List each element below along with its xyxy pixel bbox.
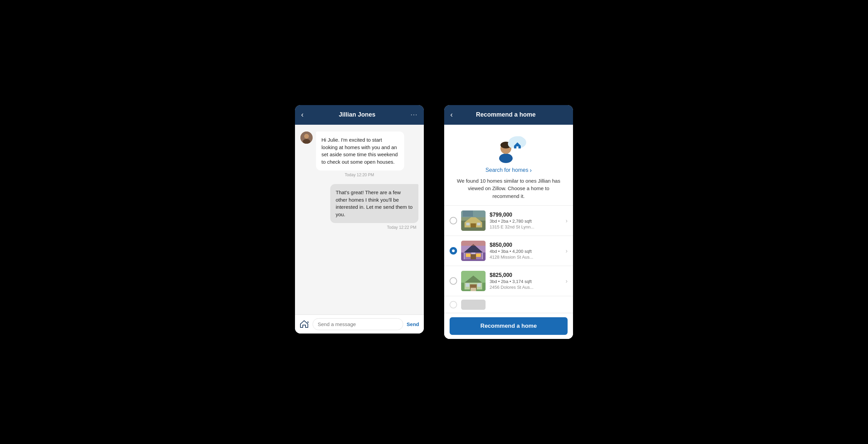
home-plus-button[interactable]: + (300, 320, 309, 328)
svg-rect-25 (476, 254, 481, 257)
radio-home-2[interactable] (450, 247, 457, 255)
svg-point-1 (304, 134, 309, 139)
chevron-right-icon-3: › (566, 278, 568, 285)
home-address-2: 4128 Mission St Aus... (490, 255, 561, 260)
hero-section: Search for homes We found 10 homes simil… (444, 125, 573, 206)
home-item-3[interactable]: $825,000 3bd • 2ba • 3,174 sqft 2456 Dol… (444, 266, 573, 296)
radio-home-1[interactable] (450, 217, 457, 224)
svg-rect-17 (463, 210, 473, 217)
avatar (300, 132, 313, 144)
home-thumb-2 (461, 241, 486, 261)
timestamp-1: Today 12:20 PM (300, 173, 418, 177)
message-input[interactable] (313, 318, 403, 330)
recommend-screen: ‹ Recommend a home (444, 105, 573, 339)
chat-header: ‹ Jillian Jones ··· (295, 105, 424, 125)
recommend-body: Search for homes We found 10 homes simil… (444, 125, 573, 339)
recommend-button-wrapper: Recommend a home (444, 313, 573, 339)
home-address-3: 2456 Dolores St Aus... (490, 285, 561, 290)
message-bubble-1: Hi Julie. I'm excited to start looking a… (316, 132, 404, 170)
recommendation-description: We found 10 homes similar to ones Jillia… (451, 177, 566, 200)
home-address-1: 1315 E 32nd St Lynn... (490, 224, 561, 229)
message-bubble-2: That's great! There are a few other home… (330, 184, 418, 223)
home-item-2[interactable]: $850,000 4bd • 3ba • 4,200 sqft 4128 Mis… (444, 236, 573, 266)
chat-screen: ‹ Jillian Jones ··· Hi Julie. I'm excit (295, 105, 424, 334)
recommend-header-title: Recommend a home (476, 111, 536, 118)
timestamp-2: Today 12:22 PM (300, 225, 418, 230)
home-thumb-4 (461, 300, 486, 310)
home-thumb-3 (461, 271, 486, 291)
home-details-2: 4bd • 3ba • 4,200 sqft (490, 249, 561, 254)
recommend-home-button[interactable]: Recommend a home (450, 317, 568, 335)
hero-illustration (492, 133, 526, 163)
chat-header-title: Jillian Jones (339, 111, 375, 118)
home-item-1[interactable]: $799,000 3bd • 2ba • 2,780 sqft 1315 E 3… (444, 205, 573, 236)
home-price-1: $799,000 (490, 212, 561, 218)
chevron-right-icon-1: › (566, 217, 568, 224)
svg-rect-14 (466, 223, 470, 225)
message-row-2: That's great! There are a few other home… (300, 184, 418, 223)
chevron-right-icon-2: › (566, 247, 568, 255)
chat-back-button[interactable]: ‹ (301, 110, 303, 119)
svg-rect-31 (466, 283, 469, 287)
svg-rect-24 (466, 254, 471, 257)
message-group-2: That's great! There are a few other home… (300, 184, 418, 230)
search-for-homes-link[interactable]: Search for homes (486, 167, 532, 174)
home-details-1: 3bd • 2ba • 2,780 sqft (490, 219, 561, 224)
home-thumb-1 (461, 210, 486, 231)
radio-home-4[interactable] (450, 301, 457, 308)
home-info-3: $825,000 3bd • 2ba • 3,174 sqft 2456 Dol… (490, 272, 561, 290)
svg-text:+: + (307, 320, 309, 324)
home-price-3: $825,000 (490, 272, 561, 278)
home-list: $799,000 3bd • 2ba • 2,780 sqft 1315 E 3… (444, 205, 573, 313)
chat-menu-button[interactable]: ··· (411, 111, 418, 118)
home-price-2: $850,000 (490, 242, 561, 248)
home-info-2: $850,000 4bd • 3ba • 4,200 sqft 4128 Mis… (490, 242, 561, 260)
svg-rect-33 (471, 288, 476, 291)
svg-point-4 (499, 154, 513, 163)
svg-rect-23 (471, 254, 476, 259)
send-button[interactable]: Send (407, 321, 419, 327)
svg-rect-26 (461, 241, 486, 246)
svg-rect-13 (471, 223, 476, 227)
radio-home-3[interactable] (450, 277, 457, 285)
chat-body: Hi Julie. I'm excited to start looking a… (295, 125, 424, 315)
recommend-back-button[interactable]: ‹ (450, 110, 453, 119)
home-details-3: 3bd • 2ba • 3,174 sqft (490, 279, 561, 284)
svg-rect-10 (516, 146, 518, 148)
recommend-header: ‹ Recommend a home (444, 105, 573, 125)
home-info-1: $799,000 3bd • 2ba • 2,780 sqft 1315 E 3… (490, 212, 561, 229)
message-group-1: Hi Julie. I'm excited to start looking a… (300, 132, 418, 177)
screens-wrapper: ‹ Jillian Jones ··· Hi Julie. I'm excit (288, 98, 580, 346)
message-row-1: Hi Julie. I'm excited to start looking a… (300, 132, 418, 170)
svg-rect-32 (477, 283, 481, 287)
svg-rect-15 (477, 223, 480, 225)
home-item-4-partial (444, 296, 573, 313)
chat-footer: + Send (295, 315, 424, 334)
